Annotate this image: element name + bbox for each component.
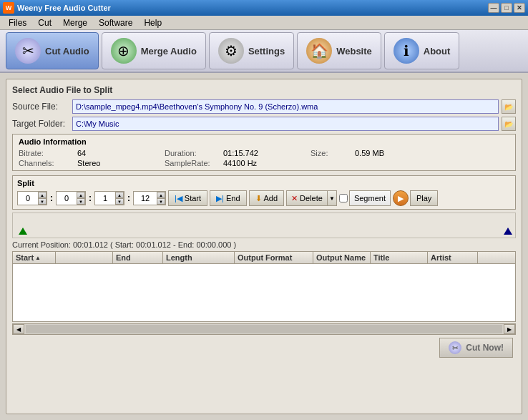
samplerate-label: SampleRate: <box>165 159 222 167</box>
audio-info-title: Audio Information <box>19 137 509 146</box>
main-content: Select Audio File to Split Source File: … <box>0 73 528 420</box>
audio-info-grid: Bitrate: 64 Duration: 01:15.742 Size: 0.… <box>19 149 509 167</box>
start-icon: |◀ <box>175 194 182 203</box>
split-controls: ▲ ▼ : ▲ ▼ : ▲ ▼ <box>17 190 511 206</box>
target-folder-label: Target Folder: <box>12 119 69 129</box>
split-title: Split <box>17 179 511 187</box>
start-marker <box>19 228 27 235</box>
colon-2: : <box>88 193 92 203</box>
minutes-spinner: ▲ ▼ <box>77 192 85 205</box>
segment-wrapper: Segment <box>339 190 391 206</box>
settings-icon: ⚙ <box>218 38 244 64</box>
seconds-input-wrapper: ▲ ▼ <box>94 191 124 205</box>
col-end-empty <box>56 252 113 263</box>
source-browse-button[interactable]: 📂 <box>502 99 516 114</box>
cut-now-button[interactable]: ✂ Cut Now! <box>439 338 513 358</box>
samplerate-value: 44100 Hz <box>223 159 309 167</box>
position-text: Current Position: 00:01.012 ( Start: 00:… <box>12 240 516 250</box>
about-icon: ℹ <box>393 38 419 64</box>
add-icon: ⬇ <box>255 194 262 203</box>
menu-merge[interactable]: Merge <box>57 16 93 29</box>
col-length: Length <box>163 252 235 263</box>
delete-dropdown[interactable]: ▼ <box>327 190 337 206</box>
duration-value: 01:15.742 <box>223 149 309 157</box>
hours-down[interactable]: ▼ <box>38 198 47 205</box>
segment-button[interactable]: Segment <box>349 190 391 206</box>
hours-input[interactable] <box>18 192 38 205</box>
bitrate-value: 64 <box>77 149 163 157</box>
horizontal-scrollbar[interactable]: ◀ ▶ <box>12 323 516 335</box>
source-file-label: Source File: <box>12 102 69 112</box>
website-icon: 🏠 <box>306 38 332 64</box>
website-label: Website <box>336 46 372 57</box>
scroll-track[interactable] <box>26 325 502 333</box>
col-output-format: Output Format <box>235 252 313 263</box>
title-bar: W Weeny Free Audio Cutter — □ ✕ <box>0 0 528 16</box>
menu-cut[interactable]: Cut <box>32 16 57 29</box>
ms-input-wrapper: ▲ ▼ <box>133 191 166 205</box>
duration-label: Duration: <box>165 149 222 157</box>
maximize-button[interactable]: □ <box>501 3 512 13</box>
seconds-up[interactable]: ▲ <box>115 192 124 198</box>
about-button[interactable]: ℹ About <box>384 32 460 69</box>
source-section-title: Select Audio File to Split <box>12 85 516 95</box>
cut-audio-button[interactable]: ✂ Cut Audio <box>6 32 99 69</box>
minutes-input[interactable] <box>57 192 77 205</box>
ms-spinner: ▲ ▼ <box>157 192 165 205</box>
col-output-name: Output Name <box>313 252 371 263</box>
minutes-input-wrapper: ▲ ▼ <box>56 191 86 205</box>
target-browse-button[interactable]: 📂 <box>502 117 516 131</box>
delete-button[interactable]: ✕ Delete <box>286 190 327 206</box>
bottom-bar: ✂ Cut Now! <box>12 335 516 358</box>
ms-down[interactable]: ▼ <box>157 198 165 205</box>
size-value: 0.59 MB <box>355 149 412 157</box>
cut-audio-label: Cut Audio <box>45 46 89 57</box>
start-button[interactable]: |◀ Start <box>168 190 207 206</box>
ms-input[interactable] <box>134 192 157 205</box>
sort-icon: ▲ <box>35 255 41 261</box>
merge-audio-button[interactable]: ⊕ Merge Audio <box>102 32 206 69</box>
play-label-button[interactable]: Play <box>410 190 438 206</box>
main-panel: Select Audio File to Split Source File: … <box>6 79 522 414</box>
play-button[interactable]: ▶ <box>393 190 409 206</box>
menu-bar: Files Cut Merge Software Help <box>0 16 528 30</box>
play-group: ▶ Play <box>393 190 438 206</box>
waveform-area[interactable] <box>12 213 516 238</box>
menu-help[interactable]: Help <box>138 16 167 29</box>
scroll-right-button[interactable]: ▶ <box>504 324 515 334</box>
settings-button[interactable]: ⚙ Settings <box>209 32 294 69</box>
toolbar: ✂ Cut Audio ⊕ Merge Audio ⚙ Settings 🏠 W… <box>0 30 528 73</box>
cut-now-icon: ✂ <box>449 341 461 354</box>
menu-files[interactable]: Files <box>3 16 32 29</box>
seconds-spinner: ▲ ▼ <box>115 192 124 205</box>
size-label: Size: <box>311 149 353 157</box>
hours-up[interactable]: ▲ <box>38 192 47 198</box>
minimize-button[interactable]: — <box>488 3 499 13</box>
close-button[interactable]: ✕ <box>514 3 525 13</box>
seconds-down[interactable]: ▼ <box>115 198 124 205</box>
col-start: Start ▲ <box>13 252 56 263</box>
target-folder-input[interactable] <box>72 117 499 131</box>
end-button[interactable]: ▶| End <box>210 190 246 206</box>
website-button[interactable]: 🏠 Website <box>297 32 381 69</box>
delete-icon: ✕ <box>291 194 298 203</box>
minutes-up[interactable]: ▲ <box>77 192 85 198</box>
channels-value: Stereo <box>77 159 163 167</box>
split-box: Split ▲ ▼ : ▲ ▼ : <box>12 175 516 210</box>
menu-software[interactable]: Software <box>93 16 138 29</box>
channels-label: Channels: <box>19 159 76 167</box>
end-marker <box>504 228 512 235</box>
bitrate-label: Bitrate: <box>19 149 76 157</box>
seconds-input[interactable] <box>95 192 115 205</box>
about-label: About <box>424 46 451 57</box>
window-controls: — □ ✕ <box>488 3 525 13</box>
end-icon: ▶| <box>216 194 224 203</box>
minutes-down[interactable]: ▼ <box>77 198 85 205</box>
merge-audio-label: Merge Audio <box>141 46 197 57</box>
segment-checkbox[interactable] <box>339 194 348 202</box>
settings-label: Settings <box>248 46 285 57</box>
scroll-left-button[interactable]: ◀ <box>13 324 24 334</box>
add-button[interactable]: ⬇ Add <box>249 190 285 206</box>
source-file-input[interactable] <box>72 99 499 114</box>
ms-up[interactable]: ▲ <box>157 192 165 198</box>
